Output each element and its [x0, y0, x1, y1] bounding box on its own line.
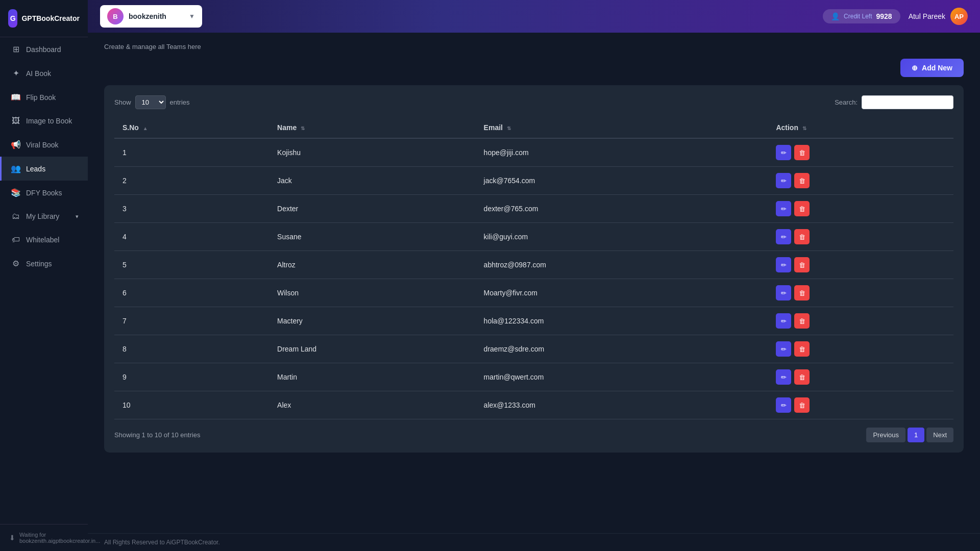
table-row: 4 Susane kili@guyi.com ✏ 🗑	[114, 223, 953, 251]
topbar-right: 👤 Credit Left 9928 Atul Pareek AP	[823, 8, 968, 25]
delete-button[interactable]: 🗑	[794, 145, 810, 160]
edit-button[interactable]: ✏	[776, 201, 791, 216]
cell-email: alex@1233.com	[476, 391, 768, 419]
previous-button[interactable]: Previous	[866, 428, 905, 442]
chevron-icon: ▾	[76, 213, 79, 220]
delete-button[interactable]: 🗑	[794, 285, 810, 300]
table-container: Show 10 25 50 100 entries Search:	[104, 85, 964, 453]
search-area: Search:	[835, 95, 953, 109]
user-name: Atul Pareek	[909, 12, 945, 20]
cell-sno: 4	[114, 223, 269, 251]
team-chevron-icon: ▼	[189, 13, 195, 20]
ai-book-icon: ✦	[11, 68, 21, 78]
cell-action: ✏ 🗑	[768, 251, 953, 279]
sidebar-item-settings[interactable]: ⚙ Settings	[0, 252, 88, 276]
team-avatar: B	[107, 8, 124, 24]
edit-button[interactable]: ✏	[776, 369, 791, 385]
pagination-row: Showing 1 to 10 of 10 entries Previous 1…	[114, 428, 953, 442]
cell-email: draemz@sdre.com	[476, 335, 768, 363]
cell-action: ✏ 🗑	[768, 335, 953, 363]
my-library-label: My Library	[26, 212, 70, 220]
edit-button[interactable]: ✏	[776, 341, 791, 357]
dfy-books-icon: 📚	[11, 188, 21, 197]
table-row: 3 Dexter dexter@765.com ✏ 🗑	[114, 195, 953, 223]
action-buttons: ✏ 🗑	[776, 229, 945, 244]
action-sort-icon: ⇅	[802, 126, 806, 131]
sidebar-item-image-to-book[interactable]: 🖼 Image to Book	[0, 109, 88, 133]
sidebar-item-my-library[interactable]: 🗂 My Library ▾	[0, 205, 88, 228]
team-selector[interactable]: B bookzenith ▼	[100, 5, 202, 28]
table-controls: Show 10 25 50 100 entries Search:	[114, 95, 953, 109]
sidebar-item-ai-book[interactable]: ✦ AI Book	[0, 61, 88, 85]
cell-name: Mactery	[269, 307, 476, 335]
page-1-button[interactable]: 1	[908, 428, 924, 442]
delete-button[interactable]: 🗑	[794, 341, 810, 357]
credit-label: Credit Left	[844, 13, 872, 20]
dashboard-label: Dashboard	[26, 45, 79, 54]
action-buttons: ✏ 🗑	[776, 313, 945, 329]
entries-label: entries	[170, 98, 190, 106]
viral-book-label: Viral Book	[26, 141, 79, 149]
col-action: Action ⇅	[768, 117, 953, 138]
table-row: 10 Alex alex@1233.com ✏ 🗑	[114, 391, 953, 419]
cell-sno: 9	[114, 363, 269, 391]
topbar: B bookzenith ▼ 👤 Credit Left 9928 Atul P…	[88, 0, 980, 33]
table-row: 8 Dream Land draemz@sdre.com ✏ 🗑	[114, 335, 953, 363]
edit-button[interactable]: ✏	[776, 173, 791, 188]
edit-button[interactable]: ✏	[776, 145, 791, 160]
app-name: GPTBookCreator	[21, 14, 80, 22]
cell-name: Susane	[269, 223, 476, 251]
search-input[interactable]	[862, 95, 953, 109]
cell-sno: 7	[114, 307, 269, 335]
cell-action: ✏ 🗑	[768, 279, 953, 307]
edit-button[interactable]: ✏	[776, 229, 791, 244]
footer: All Rights Reserved to AiGPTBookCreator.	[88, 533, 980, 551]
user-info: Atul Pareek AP	[909, 8, 968, 25]
sidebar-item-dfy-books[interactable]: 📚 DFY Books	[0, 181, 88, 205]
delete-button[interactable]: 🗑	[794, 257, 810, 272]
sidebar-item-viral-book[interactable]: 📢 Viral Book	[0, 133, 88, 157]
main-area: B bookzenith ▼ 👤 Credit Left 9928 Atul P…	[88, 0, 980, 551]
delete-button[interactable]: 🗑	[794, 397, 810, 413]
add-new-button[interactable]: ⊕ Add New	[900, 59, 964, 77]
whitelabel-label: Whitelabel	[26, 236, 79, 244]
content-subtitle: Create & manage all Teams here	[104, 43, 964, 51]
edit-button[interactable]: ✏	[776, 285, 791, 300]
leads-icon: 👥	[11, 164, 21, 173]
delete-button[interactable]: 🗑	[794, 369, 810, 385]
sidebar: G GPTBookCreator ⊞ Dashboard ✦ AI Book 📖…	[0, 0, 88, 551]
delete-button[interactable]: 🗑	[794, 173, 810, 188]
cell-email: hola@122334.com	[476, 307, 768, 335]
action-buttons: ✏ 🗑	[776, 201, 945, 216]
cell-name: Wilson	[269, 279, 476, 307]
sidebar-item-dashboard[interactable]: ⊞ Dashboard	[0, 37, 88, 61]
whitelabel-icon: 🏷	[11, 235, 21, 244]
delete-button[interactable]: 🗑	[794, 201, 810, 216]
add-new-row: ⊕ Add New	[104, 59, 964, 77]
col-sno: S.No ▲	[114, 117, 269, 138]
edit-button[interactable]: ✏	[776, 313, 791, 329]
viral-book-icon: 📢	[11, 140, 21, 149]
cell-sno: 5	[114, 251, 269, 279]
cell-name: Altroz	[269, 251, 476, 279]
flip-book-label: Flip Book	[26, 93, 79, 102]
edit-button[interactable]: ✏	[776, 257, 791, 272]
sidebar-item-leads[interactable]: 👥 Leads	[0, 157, 88, 181]
delete-button[interactable]: 🗑	[794, 313, 810, 329]
sidebar-item-flip-book[interactable]: 📖 Flip Book	[0, 85, 88, 109]
sidebar-item-whitelabel[interactable]: 🏷 Whitelabel	[0, 228, 88, 252]
entries-select[interactable]: 10 25 50 100	[135, 95, 166, 109]
sidebar-logo: G GPTBookCreator	[0, 0, 88, 37]
next-button[interactable]: Next	[926, 428, 953, 442]
delete-button[interactable]: 🗑	[794, 229, 810, 244]
table-row: 6 Wilson Moarty@fivr.com ✏ 🗑	[114, 279, 953, 307]
credit-icon: 👤	[831, 12, 840, 20]
user-avatar: AP	[950, 8, 968, 25]
pagination-controls: Previous 1 Next	[866, 428, 953, 442]
showing-text: Showing 1 to 10 of 10 entries	[114, 431, 200, 439]
edit-button[interactable]: ✏	[776, 397, 791, 413]
app-logo-icon: G	[8, 9, 17, 28]
cell-sno: 3	[114, 195, 269, 223]
show-entries: Show 10 25 50 100 entries	[114, 95, 190, 109]
sidebar-nav: ⊞ Dashboard ✦ AI Book 📖 Flip Book 🖼 Imag…	[0, 37, 88, 276]
